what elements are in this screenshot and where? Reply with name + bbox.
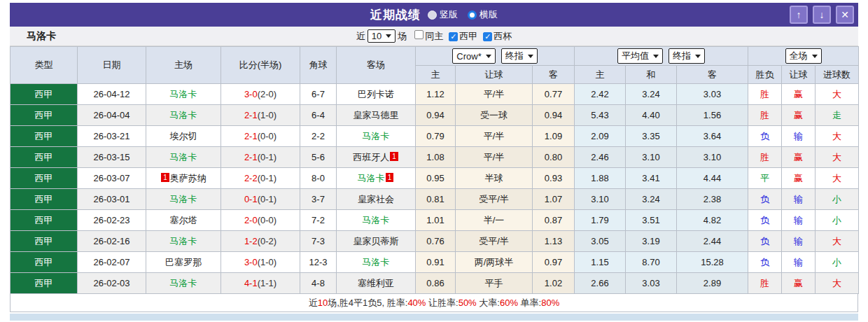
cell-league: 西甲 bbox=[10, 252, 78, 273]
games-count-value: 10 bbox=[372, 31, 382, 41]
cell-result-winlose: 负 bbox=[748, 210, 782, 231]
cell-handicap-line: 受平/半 bbox=[456, 231, 533, 252]
cell-score: 2-1(0-0) bbox=[221, 126, 300, 147]
cell-league: 西甲 bbox=[10, 189, 78, 210]
checkbox-同主[interactable] bbox=[414, 30, 424, 39]
cell-corners: 12-3 bbox=[300, 252, 337, 273]
bookmaker-select-value: Crow* bbox=[456, 51, 481, 62]
fulltime-select[interactable]: 全场 bbox=[785, 48, 822, 64]
cell-handicap-home: 0.81 bbox=[416, 189, 456, 210]
cell-avg-away: 2.89 bbox=[677, 273, 748, 294]
cell-result-handicap: 赢 bbox=[782, 168, 816, 189]
table-header: 类型 日期 主场 比分(半场) 角球 客场 Crow* 终指 平均值 终指 bbox=[10, 47, 859, 84]
table-row: 西甲26-03-071奥萨苏纳2-2(0-1)8-0马洛卡10.95半球0.93… bbox=[10, 168, 859, 189]
cell-league: 西甲 bbox=[10, 105, 78, 126]
cell-result-goals: 小 bbox=[816, 189, 859, 210]
red-card-badge: 1 bbox=[386, 173, 394, 182]
cell-home-team: 埃尔切 bbox=[146, 126, 221, 147]
games-count-select[interactable]: 10 bbox=[368, 29, 396, 43]
panel-title: 近期战绩 bbox=[370, 7, 421, 23]
cell-score: 2-2(0-1) bbox=[221, 168, 300, 189]
cell-date: 26-03-07 bbox=[78, 168, 146, 189]
header-handicap-line: 让球 bbox=[456, 66, 533, 84]
cell-date: 26-04-12 bbox=[78, 84, 146, 105]
handicap-stage-value: 终指 bbox=[505, 50, 524, 62]
titlebar: 近期战绩 竖版 横版 ↑ ↓ ✕ bbox=[10, 3, 858, 27]
cell-score: 3-0(2-0) bbox=[221, 84, 300, 105]
cell-result-goals: 大 bbox=[816, 168, 859, 189]
cell-avg-draw: 4.40 bbox=[626, 105, 677, 126]
average-select[interactable]: 平均值 bbox=[617, 48, 663, 64]
cell-handicap-away: 1.07 bbox=[533, 189, 575, 210]
cell-result-goals: 小 bbox=[816, 252, 859, 273]
summary-segment: 10 bbox=[318, 298, 328, 308]
cell-away-team: 马洛卡 bbox=[337, 126, 416, 147]
header-winlose: 胜负 bbox=[748, 66, 782, 84]
cell-league: 西甲 bbox=[10, 231, 78, 252]
header-handicap-away: 客 bbox=[533, 66, 575, 84]
summary-footer: 近10场,胜4平1负5, 胜率:40% 让胜率:50% 大率:60% 单率:80… bbox=[10, 294, 858, 312]
bookmaker-select[interactable]: Crow* bbox=[452, 48, 495, 64]
cell-result-winlose: 胜 bbox=[748, 273, 782, 294]
table-row: 西甲26-04-04马洛卡2-1(1-0)6-4皇家马德里0.94受一球0.94… bbox=[10, 105, 859, 126]
cell-avg-home: 2.42 bbox=[575, 84, 626, 105]
cell-handicap-line: 平手 bbox=[456, 273, 533, 294]
cell-handicap-away: 0.93 bbox=[533, 168, 575, 189]
summary-segment: 让胜率: bbox=[426, 298, 458, 308]
cell-result-handicap: 赢 bbox=[782, 84, 816, 105]
chevron-down-icon bbox=[695, 55, 701, 58]
radio-vertical-layout[interactable]: 竖版 bbox=[428, 8, 458, 21]
cell-result-winlose: 胜 bbox=[748, 147, 782, 168]
chevron-down-icon bbox=[812, 55, 818, 58]
radio-horizontal-icon[interactable] bbox=[468, 10, 477, 20]
filter-bar: 马洛卡 近 10 场 同主✓西甲✓西杯 bbox=[10, 27, 858, 46]
cell-handicap-away: 0.97 bbox=[533, 252, 575, 273]
cell-date: 26-03-01 bbox=[78, 189, 146, 210]
cell-result-goals: 大 bbox=[816, 273, 859, 294]
checkbox-西甲[interactable]: ✓ bbox=[449, 32, 458, 41]
table-row: 西甲26-02-03马洛卡4-1(1-1)4-8塞维利亚0.86平手1.022.… bbox=[10, 273, 859, 294]
summary-segment: 场,胜4平1负5, 胜率: bbox=[328, 298, 407, 308]
header-type: 类型 bbox=[10, 47, 78, 84]
cell-handicap-line: 受一球 bbox=[456, 105, 533, 126]
cell-corners: 6-7 bbox=[300, 84, 337, 105]
cell-handicap-away: 0.87 bbox=[533, 210, 575, 231]
checkbox-西杯[interactable]: ✓ bbox=[483, 32, 492, 41]
cell-result-handicap: 输 bbox=[782, 252, 816, 273]
result-group-header: 全场 bbox=[748, 47, 859, 66]
cell-handicap-home: 0.76 bbox=[416, 231, 456, 252]
red-card-badge: 1 bbox=[390, 152, 398, 161]
cell-result-goals: 大 bbox=[816, 231, 859, 252]
average-stage-select[interactable]: 终指 bbox=[668, 48, 705, 64]
games-suffix-label: 场 bbox=[398, 30, 407, 43]
arrow-down-icon: ↓ bbox=[820, 9, 825, 20]
cell-result-winlose: 胜 bbox=[748, 84, 782, 105]
cell-avg-draw: 3.41 bbox=[626, 168, 677, 189]
cell-home-team: 塞尔塔 bbox=[146, 210, 221, 231]
handicap-stage-select[interactable]: 终指 bbox=[501, 48, 538, 64]
cell-avg-draw: 3.24 bbox=[626, 189, 677, 210]
close-button[interactable]: ✕ bbox=[836, 6, 854, 24]
cell-score: 2-1(0-1) bbox=[221, 147, 300, 168]
move-down-button[interactable]: ↓ bbox=[813, 6, 831, 24]
cell-away-team: 塞维利亚 bbox=[337, 273, 416, 294]
cell-result-handicap: 赢 bbox=[782, 105, 816, 126]
summary-segment: 80% bbox=[541, 298, 559, 308]
arrow-up-icon: ↑ bbox=[797, 9, 802, 20]
radio-horizontal-label: 横版 bbox=[479, 8, 498, 21]
cell-avg-away: 4.82 bbox=[677, 210, 748, 231]
summary-segment: 40% bbox=[407, 298, 426, 308]
cell-handicap-home: 0.91 bbox=[416, 252, 456, 273]
radio-horizontal-layout[interactable]: 横版 bbox=[468, 8, 498, 21]
radio-vertical-icon[interactable] bbox=[428, 10, 437, 20]
cell-date: 26-03-15 bbox=[78, 147, 146, 168]
summary-text: 近10场,胜4平1负5, 胜率:40% 让胜率:50% 大率:60% 单率:80… bbox=[309, 297, 559, 309]
cell-score: 2-0(0-0) bbox=[221, 210, 300, 231]
cell-league: 西甲 bbox=[10, 210, 78, 231]
cell-date: 26-02-23 bbox=[78, 210, 146, 231]
cell-corners: 3-7 bbox=[300, 189, 337, 210]
cell-avg-away: 3.64 bbox=[677, 126, 748, 147]
cell-home-team: 马洛卡 bbox=[146, 147, 221, 168]
cell-avg-home: 2.66 bbox=[575, 273, 626, 294]
move-up-button[interactable]: ↑ bbox=[790, 6, 808, 24]
